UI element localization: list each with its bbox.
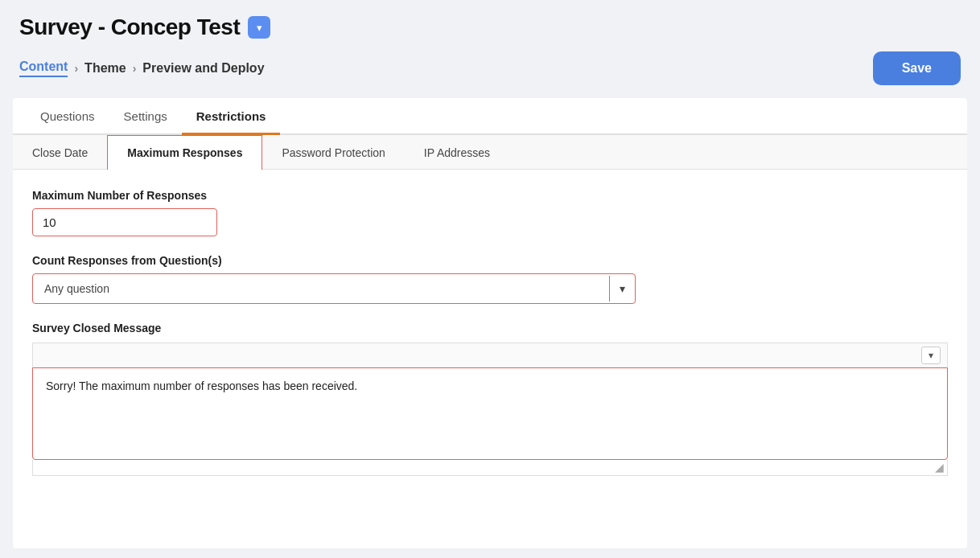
count-responses-label: Count Responses from Question(s) (32, 254, 948, 267)
tab-settings[interactable]: Settings (109, 98, 182, 135)
breadcrumb-preview-deploy[interactable]: Preview and Deploy (142, 61, 264, 76)
chevron-down-icon: ▾ (929, 350, 933, 361)
select-dropdown-button[interactable]: ▾ (609, 276, 635, 302)
closed-message-textarea-wrap: Sorry! The maximum number of responses h… (32, 367, 948, 460)
max-responses-label: Maximum Number of Responses (32, 189, 948, 202)
count-responses-group: Count Responses from Question(s) Any que… (32, 254, 948, 304)
save-button[interactable]: Save (873, 51, 961, 85)
tab-questions[interactable]: Questions (26, 98, 109, 135)
survey-title: Survey - Concep Test (19, 14, 240, 40)
subtab-ip-addresses[interactable]: IP Addresses (405, 135, 509, 169)
closed-message-toolbar: ▾ (32, 343, 948, 367)
chevron-down-icon: ▾ (620, 282, 625, 295)
max-responses-input[interactable] (32, 208, 217, 236)
breadcrumb-sep-1: › (74, 62, 78, 75)
tab-restrictions[interactable]: Restrictions (182, 98, 281, 135)
count-responses-select-wrapper: Any question ▾ (32, 273, 636, 304)
top-tabs: Questions Settings Restrictions (13, 98, 967, 135)
breadcrumb-content[interactable]: Content (19, 59, 68, 77)
sub-tabs: Close Date Maximum Responses Password Pr… (13, 135, 967, 170)
breadcrumb-sep-2: › (133, 62, 137, 75)
resize-icon: ◢ (935, 461, 944, 474)
closed-message-group: Survey Closed Message ▾ Sorry! The maxim… (32, 322, 948, 476)
form-area: Maximum Number of Responses Count Respon… (13, 170, 967, 476)
breadcrumb-theme[interactable]: Theme (84, 61, 126, 76)
count-responses-select[interactable]: Any question (33, 274, 609, 303)
closed-message-label: Survey Closed Message (32, 322, 948, 334)
subtab-password-protection[interactable]: Password Protection (262, 135, 404, 169)
subtab-close-date[interactable]: Close Date (13, 135, 107, 169)
toolbar-chevron-button[interactable]: ▾ (921, 347, 941, 364)
subtab-maximum-responses[interactable]: Maximum Responses (107, 135, 262, 170)
max-responses-group: Maximum Number of Responses (32, 189, 948, 236)
resize-handle-row: ◢ (32, 460, 948, 476)
closed-message-textarea[interactable]: Sorry! The maximum number of responses h… (33, 368, 947, 457)
main-content: Questions Settings Restrictions Close Da… (13, 98, 967, 548)
breadcrumb: Content › Theme › Preview and Deploy (19, 59, 265, 77)
chevron-down-icon: ▾ (257, 22, 262, 34)
title-dropdown-button[interactable]: ▾ (248, 16, 270, 39)
